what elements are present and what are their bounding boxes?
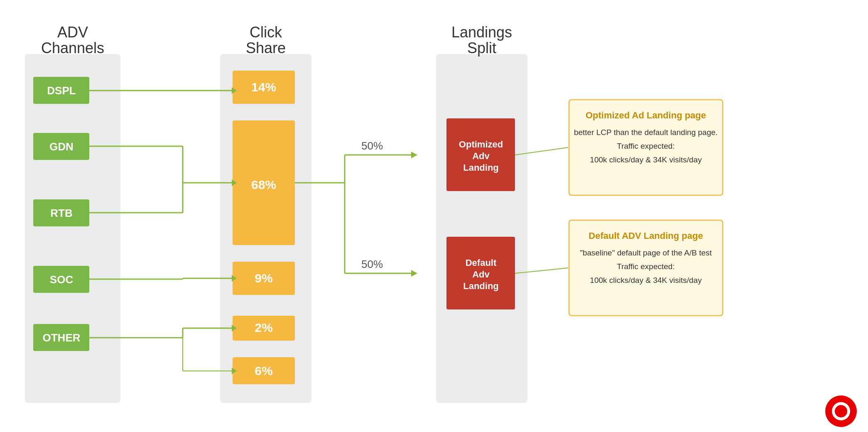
svg-rect-33 xyxy=(569,100,723,195)
svg-rect-21 xyxy=(233,316,295,341)
svg-text:100k clicks/day  & 34K visits/: 100k clicks/day & 34K visits/day xyxy=(590,155,702,164)
svg-rect-11 xyxy=(33,266,89,293)
svg-marker-62 xyxy=(232,368,237,374)
svg-text:Adv: Adv xyxy=(472,151,490,161)
svg-point-75 xyxy=(832,402,850,420)
svg-text:14%: 14% xyxy=(251,80,276,94)
svg-marker-54 xyxy=(232,275,237,282)
svg-text:OTHER: OTHER xyxy=(43,331,81,344)
svg-rect-25 xyxy=(446,118,515,191)
svg-text:RTB: RTB xyxy=(50,207,72,219)
svg-text:100k clicks/day  & 34K visits/: 100k clicks/day & 34K visits/day xyxy=(590,276,702,285)
svg-rect-17 xyxy=(233,120,295,245)
svg-text:50%: 50% xyxy=(361,258,383,270)
adv-panel-bg xyxy=(25,54,120,403)
svg-rect-15 xyxy=(233,71,295,104)
svg-text:9%: 9% xyxy=(255,271,272,285)
svg-text:SOC: SOC xyxy=(50,273,74,286)
svg-text:6%: 6% xyxy=(255,364,272,378)
svg-text:better LCP than the default la: better LCP than the default landing page… xyxy=(574,128,718,137)
diagram-container: ADV Channels Click Share Landings Split … xyxy=(0,0,868,432)
svg-point-74 xyxy=(825,395,857,427)
svg-rect-38 xyxy=(569,220,723,316)
svg-text:Click: Click xyxy=(250,24,282,41)
svg-text:Channels: Channels xyxy=(41,39,104,56)
landings-panel-bg xyxy=(436,54,527,403)
svg-marker-48 xyxy=(232,179,237,186)
svg-marker-71 xyxy=(411,270,417,277)
svg-text:Split: Split xyxy=(467,39,496,56)
svg-text:Optimized: Optimized xyxy=(459,139,503,150)
svg-line-72 xyxy=(515,147,568,155)
svg-text:Default: Default xyxy=(466,258,497,268)
svg-marker-67 xyxy=(411,152,417,158)
svg-text:"baseline" default page of the: "baseline" default page of the A/B test xyxy=(580,248,712,257)
svg-marker-44 xyxy=(232,87,237,94)
svg-text:Landings: Landings xyxy=(451,24,512,41)
svg-text:Optimized Ad Landing page: Optimized Ad Landing page xyxy=(586,110,706,120)
svg-text:Traffic expected:: Traffic expected: xyxy=(617,262,674,271)
svg-text:50%: 50% xyxy=(361,140,383,152)
svg-rect-5 xyxy=(33,77,89,104)
svg-marker-58 xyxy=(232,325,237,331)
svg-text:Share: Share xyxy=(246,39,286,56)
svg-rect-23 xyxy=(233,357,295,384)
svg-line-73 xyxy=(515,268,568,273)
arrows-overlay: ADV Channels Click Share Landings Split … xyxy=(0,0,868,432)
svg-rect-13 xyxy=(33,324,89,351)
svg-text:2%: 2% xyxy=(255,321,272,334)
svg-point-76 xyxy=(835,405,847,417)
svg-rect-7 xyxy=(33,133,89,160)
click-panel-bg xyxy=(220,54,311,403)
svg-text:GDN: GDN xyxy=(49,140,74,153)
svg-text:Landing: Landing xyxy=(463,162,499,173)
svg-rect-9 xyxy=(33,199,89,226)
svg-text:DSPL: DSPL xyxy=(47,84,76,97)
adv-header-text: ADV xyxy=(57,24,88,41)
svg-text:Landing: Landing xyxy=(463,281,499,291)
svg-text:68%: 68% xyxy=(251,178,276,191)
svg-text:Traffic expected:: Traffic expected: xyxy=(617,142,674,150)
svg-text:Default ADV Landing page: Default ADV Landing page xyxy=(588,231,703,241)
svg-rect-19 xyxy=(233,262,295,295)
svg-rect-29 xyxy=(446,237,515,309)
svg-text:Adv: Adv xyxy=(472,269,490,280)
